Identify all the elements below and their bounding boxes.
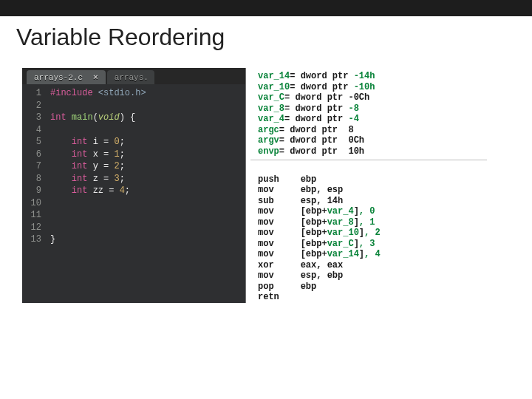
var-type: dword ptr: [290, 146, 338, 157]
tab-bar: arrays-2.c × arrays.: [22, 68, 245, 84]
op: mov: [258, 228, 274, 238]
tok-eq: =: [98, 137, 115, 147]
imm: , 2: [364, 228, 381, 238]
var-name: var_14: [258, 71, 290, 81]
tok-eq: =: [98, 149, 115, 160]
tab-active[interactable]: arrays-2.c ×: [27, 70, 106, 84]
op: mov: [258, 206, 274, 216]
line-number: 4: [22, 124, 41, 137]
tok-num: 2: [114, 161, 119, 171]
line-number: 10: [22, 197, 41, 210]
line-number: 6: [22, 149, 41, 161]
tok-int: int: [72, 161, 88, 171]
tok-name: x: [93, 149, 98, 160]
tok-semi: ;: [120, 174, 125, 184]
tok-main: main: [72, 112, 93, 123]
line-number: 8: [22, 173, 41, 185]
line-number: 11: [22, 209, 41, 222]
mem-var: var_8: [327, 217, 354, 228]
reg: esp, ebp: [301, 270, 344, 281]
line-number: 13: [22, 233, 41, 246]
var-name: argv: [258, 135, 279, 146]
mem-suf: ]: [359, 249, 364, 259]
tab-inactive[interactable]: arrays.: [107, 70, 154, 84]
code-area: 1 2 3 4 5 6 7 8 9 10 11 12 13 #include <…: [22, 84, 245, 253]
tok-name: y: [93, 161, 98, 171]
var-off: 8: [348, 125, 353, 135]
imm: , 4: [364, 249, 381, 259]
mem-pre: [ebp+: [301, 239, 327, 249]
tab-label: arrays.: [115, 73, 149, 82]
mem-pre: [ebp+: [301, 249, 327, 259]
imm: , 0: [359, 206, 375, 216]
tok-paren: (: [93, 112, 98, 123]
tok-int: int: [72, 185, 88, 196]
reg: ebp: [301, 282, 317, 292]
mem-var: var_14: [327, 249, 359, 259]
tok-num: 3: [114, 174, 119, 184]
op: mov: [258, 217, 274, 228]
tok-header: <stdio.h>: [98, 88, 146, 98]
tok-int: int: [72, 149, 88, 160]
line-gutter: 1 2 3 4 5 6 7 8 9 10 11 12 13: [22, 87, 46, 246]
op: pop: [258, 282, 274, 292]
var-type: dword ptr: [290, 135, 338, 146]
line-number: 5: [22, 136, 41, 149]
var-type: dword ptr: [295, 92, 343, 103]
op: sub: [258, 196, 274, 206]
var-name: var_C: [258, 92, 284, 103]
tok-paren: ): [120, 112, 130, 123]
mem-pre: [ebp+: [301, 228, 327, 238]
tok-num: 1: [114, 149, 119, 160]
var-off: -14h: [354, 71, 375, 81]
var-off: -4: [348, 114, 358, 124]
var-type: dword ptr: [295, 114, 343, 124]
reg: eax, eax: [301, 260, 344, 270]
var-name: var_10: [258, 82, 290, 92]
var-off: -10h: [354, 82, 375, 92]
var-name: envp: [258, 146, 279, 157]
reg: ebp: [301, 174, 317, 185]
var-name: argc: [258, 125, 279, 135]
line-number: 1: [22, 87, 41, 100]
op: push: [258, 174, 279, 185]
var-off: -0Ch: [348, 92, 369, 103]
top-bar: [0, 0, 532, 16]
var-name: var_8: [258, 103, 284, 114]
var-type: dword ptr: [301, 82, 349, 92]
var-off: -8: [348, 103, 358, 114]
var-type: dword ptr: [295, 103, 343, 114]
close-icon[interactable]: ×: [93, 73, 98, 82]
mem-suf: ]: [359, 228, 364, 238]
reg: esp, 14h: [301, 196, 344, 206]
mem-suf: ]: [354, 239, 359, 249]
tok-semi: ;: [120, 137, 125, 147]
tok-int: int: [72, 174, 88, 184]
tok-eq: =: [98, 161, 115, 171]
tok-int: int: [72, 137, 88, 147]
op: mov: [258, 239, 274, 249]
tok-eq: =: [98, 174, 115, 184]
content-row: arrays-2.c × arrays. 1 2 3 4 5 6 7 8 9: [22, 68, 510, 303]
op: mov: [258, 185, 274, 195]
tok-void: void: [98, 112, 120, 123]
mem-var: var_4: [327, 206, 354, 216]
disassembly: var_14= dword ptr -14h var_10= dword ptr…: [245, 68, 510, 303]
mem-suf: ]: [354, 217, 359, 228]
var-off: 0Ch: [348, 135, 364, 146]
imm: , 1: [359, 217, 375, 228]
code-lines: #include <stdio.h> int main(void) { int …: [46, 87, 245, 246]
line-number: 2: [22, 100, 41, 112]
imm: , 3: [359, 239, 375, 249]
tab-label: arrays-2.c: [34, 73, 83, 82]
source-editor: arrays-2.c × arrays. 1 2 3 4 5 6 7 8 9: [22, 68, 245, 303]
mem-pre: [ebp+: [301, 206, 327, 216]
tok-semi: ;: [125, 185, 130, 196]
op: mov: [258, 270, 274, 281]
tok-eq: =: [103, 185, 120, 196]
mem-suf: ]: [354, 206, 359, 216]
tok-name: z: [93, 174, 98, 184]
var-name: var_4: [258, 114, 284, 124]
op: mov: [258, 249, 274, 259]
slide-title: Variable Reordering: [0, 16, 532, 51]
